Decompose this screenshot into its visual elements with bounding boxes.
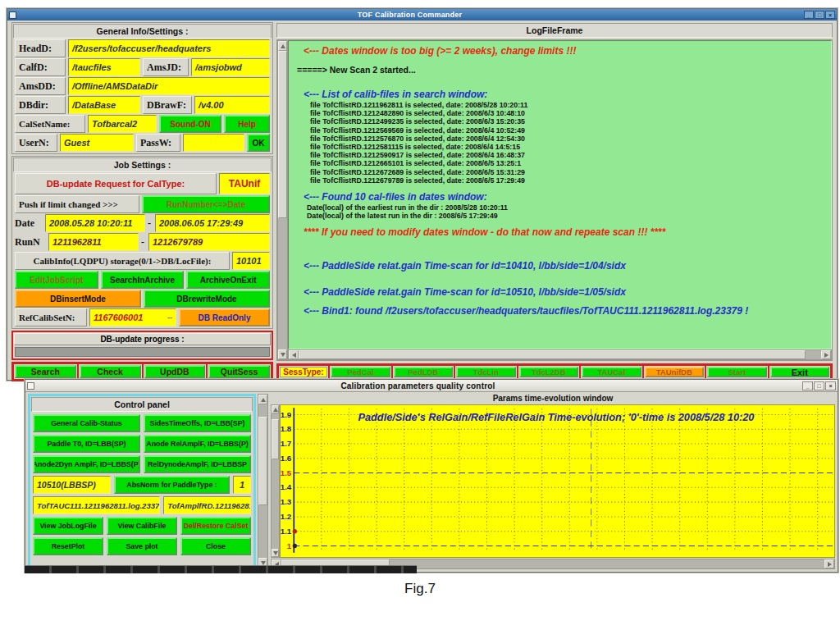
control-button[interactable]: SidesTimeOffs, ID=LBB(SP) (144, 414, 251, 432)
ok-button[interactable]: OK (247, 134, 270, 152)
control-button[interactable]: View CalibFile (107, 517, 177, 535)
plot-vertical-scrollbar[interactable] (271, 404, 280, 558)
amsdd-label: AmsDD: (15, 77, 66, 95)
control-button[interactable]: Del/Restore CalSet (180, 517, 251, 535)
refcalib-field[interactable]: 1167606001 -- (89, 308, 176, 326)
qc-close-icon[interactable]: × (825, 381, 836, 390)
minimize-icon[interactable]: _ (804, 11, 814, 19)
log-vscroll-track[interactable] (278, 51, 287, 349)
general-settings-group: General Info/Settings : HeadD: /f2users/… (11, 22, 273, 154)
close-icon[interactable]: × (825, 11, 835, 19)
help-button[interactable]: Help (224, 115, 270, 133)
control-button[interactable]: Paddle T0, ID=LBB(SP) (33, 435, 140, 453)
archive-on-exit-button[interactable]: ArchiveOnExit (186, 271, 270, 289)
paddletype-field[interactable]: 1 (233, 476, 251, 494)
maximize-icon[interactable]: □ (815, 11, 824, 19)
absnorm-label-button[interactable]: AbsNorm for PaddleType : (114, 476, 230, 494)
search-button[interactable]: Search (15, 365, 76, 378)
runnumber-date-button[interactable]: RunNumber<=>Date (142, 195, 270, 213)
plot-vscroll-track[interactable] (272, 413, 279, 549)
headd-label: HeadD: (15, 39, 66, 57)
ctrl-vscroll-track[interactable] (258, 404, 267, 558)
log-vscroll-thumb[interactable] (278, 51, 287, 218)
dbdir-field[interactable]: /DataBase (68, 96, 140, 114)
calsetname-field[interactable]: Tofbarcal2 (88, 115, 157, 133)
passw-field[interactable] (183, 134, 244, 152)
search-in-archive-button[interactable]: SearchInArchive (101, 271, 185, 289)
plot-scroll-down-button[interactable] (272, 549, 279, 557)
sess-button-pedcal[interactable]: PedCal (331, 367, 390, 377)
log-line: <--- Found 10 cal-files in dates window: (297, 192, 831, 203)
qc-scroll-up-button[interactable] (258, 395, 267, 404)
edit-jobscript-button[interactable]: EditJobScript (15, 271, 98, 289)
qc-window-menu-icon[interactable] (27, 382, 34, 390)
sess-button-exit[interactable]: Exit (770, 367, 830, 377)
amsdd-field[interactable]: /Offline/AMSDataDir (68, 77, 270, 95)
control-button[interactable]: Anode2Dyn AmplF, ID=LBBS(P) (33, 455, 140, 473)
control-button[interactable]: RelDynodeAmplF, ID=LBBSP (144, 455, 251, 473)
sess-button-tdclin[interactable]: TdcLin (456, 367, 516, 377)
calib-file-field[interactable]: TofAmplfRD.1211962811 (163, 496, 251, 514)
headd-field[interactable]: /f2users/tofaccuser/headquaters (68, 39, 270, 57)
check-button[interactable]: Check (80, 365, 141, 378)
calfd-field[interactable]: /taucfiles (68, 58, 140, 76)
plot-vscroll-thumb[interactable] (272, 419, 279, 460)
date-range-sep: - (148, 214, 153, 232)
sess-button-pedldb[interactable]: PedLDB (394, 367, 454, 377)
dbrawf-field[interactable]: /v4.00 (194, 96, 270, 114)
sess-button-taunifdb[interactable]: TAUnifDB (645, 367, 705, 377)
qc-minimize-icon[interactable]: _ (802, 381, 813, 390)
log-hscroll-track[interactable] (299, 350, 821, 359)
sound-on-button[interactable]: Sound-ON (159, 115, 221, 133)
date-from-field[interactable]: 2008.05.28 10:20:11 (45, 214, 145, 232)
control-button[interactable]: Save plot (107, 537, 177, 555)
quitsess-button[interactable]: QuitSess (208, 365, 270, 378)
sess-button-tdcl2db[interactable]: TdcL2DB (519, 367, 579, 377)
log-line: file TofCflistRD.1212581115 is selected,… (297, 143, 831, 151)
ctrl-vscroll-thumb[interactable] (258, 417, 267, 505)
scroll-left-button[interactable] (289, 350, 299, 359)
control-button[interactable]: Close (180, 537, 251, 555)
control-button[interactable]: Anode RelAmplF, ID=LBBS(P) (144, 435, 251, 453)
log-horizontal-scrollbar[interactable] (288, 349, 832, 360)
joblog-file-field[interactable]: TofTAUC111.1211962811.log.23379 (33, 496, 160, 514)
runn-from-field[interactable]: 1211962811 (48, 233, 139, 251)
sess-button-taucal[interactable]: TAUCal (582, 367, 641, 377)
window-menu-icon[interactable] (9, 11, 16, 19)
upddb-button[interactable]: UpdDB (144, 365, 206, 378)
log-lines[interactable]: <--- Dates window is too big (>= 2 weeks… (288, 40, 832, 349)
scroll-up-button[interactable] (278, 41, 287, 51)
usern-field[interactable]: Guest (60, 134, 134, 152)
db-insert-mode-button[interactable]: DBinsertMode (15, 290, 141, 308)
amsjd-field[interactable]: /amsjobwd (191, 58, 270, 76)
log-hscroll-thumb[interactable] (299, 350, 806, 359)
log-frame: <--- Dates window is too big (>= 2 weeks… (276, 39, 833, 361)
scroll-down-button[interactable] (278, 349, 287, 359)
usern-row: UserN: Guest PassW: OK (15, 134, 270, 152)
calset-id-field[interactable]: 10510(LBBSP) (33, 476, 111, 494)
db-rewrite-mode-button[interactable]: DBrewriteMode (144, 290, 270, 308)
db-readonly-button[interactable]: DB ReadOnly (179, 308, 270, 326)
plot-scroll-right-button[interactable] (824, 559, 834, 568)
control-button[interactable]: View JobLogFile (33, 517, 103, 535)
calibinfo-field[interactable]: 10101 (232, 252, 270, 270)
control-button[interactable]: General Calib-Status (33, 414, 140, 432)
control-panel-header: Control panel (31, 397, 253, 412)
log-vertical-scrollbar[interactable] (277, 40, 288, 360)
control-button[interactable]: ResetPlot (33, 537, 103, 555)
sess-button-start[interactable]: Start (707, 367, 767, 377)
control-vertical-scrollbar[interactable] (258, 394, 268, 568)
date-to-field[interactable]: 2008.06.05 17:29:49 (155, 214, 270, 232)
main-titlebar[interactable]: TOF Calibration Commander _ □ × (7, 9, 837, 21)
progress-header-text: DB-update progress : (100, 335, 184, 344)
control-button-rows: General Calib-StatusSidesTimeOffs, ID=LB… (31, 414, 253, 473)
scroll-right-button[interactable] (821, 350, 831, 359)
action-cell: QuitSess (207, 363, 272, 380)
caltype-field[interactable]: TAUnif (219, 173, 270, 194)
qc-titlebar[interactable]: Calibration parameters quality control _… (25, 380, 838, 392)
amsdd-row: AmsDD: /Offline/AMSDataDir (15, 77, 270, 95)
qc-maximize-icon[interactable]: □ (814, 381, 824, 390)
plot-scroll-up-button[interactable] (272, 405, 279, 413)
time-evolution-plot[interactable]: 11.11.21.31.41.51.61.71.81.9Paddle/Side'… (280, 404, 835, 558)
runn-to-field[interactable]: 1212679789 (148, 233, 270, 251)
